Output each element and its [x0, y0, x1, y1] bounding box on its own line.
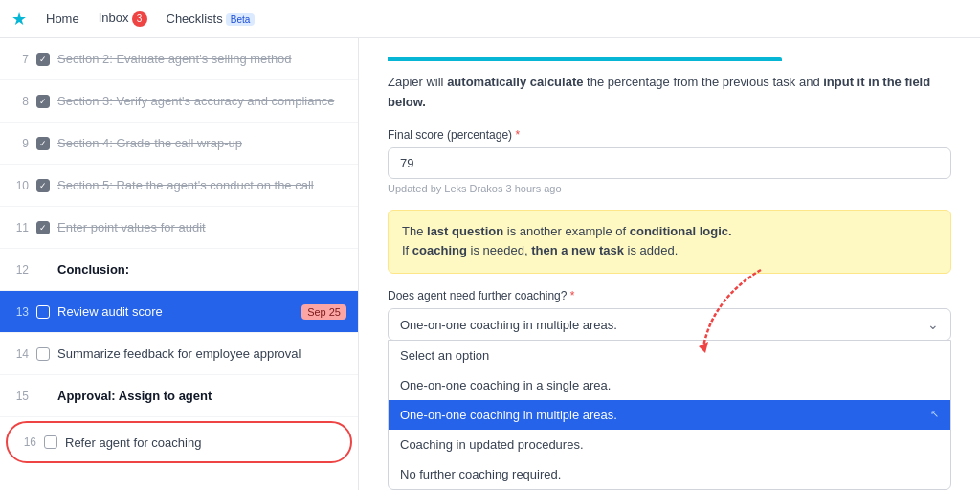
task-checkbox[interactable]: [36, 179, 50, 192]
task-checkbox[interactable]: [36, 221, 50, 234]
task-num: 10: [11, 179, 29, 192]
task-label: Section 3: Verify agent's accuracy and c…: [57, 94, 346, 108]
task-checkbox[interactable]: [36, 347, 50, 361]
nav-inbox[interactable]: Inbox3: [99, 7, 147, 31]
beta-badge: Beta: [226, 13, 256, 26]
task-num: 12: [11, 263, 29, 277]
task-label: Enter point values for audit: [57, 220, 346, 234]
task-num: 14: [11, 347, 29, 361]
inbox-badge: 3: [132, 11, 147, 27]
dropdown-option[interactable]: No further coaching required.: [389, 459, 950, 489]
section-header-conclusion: 12 Conclusion:: [0, 249, 358, 291]
final-score-input[interactable]: 79: [388, 147, 951, 179]
task-row-highlighted[interactable]: 16 Refer agent for coaching: [6, 421, 352, 463]
task-row: 9 Section 4: Grade the call wrap-up: [0, 122, 358, 165]
cursor-icon: ↖: [930, 408, 939, 420]
task-row: 8 Section 3: Verify agent's accuracy and…: [0, 80, 358, 122]
section-label: Approval: Assign to agent: [57, 389, 346, 403]
dropdown-option[interactable]: Select an option: [389, 341, 950, 370]
required-marker: *: [515, 128, 520, 142]
task-checkbox[interactable]: [44, 435, 57, 449]
nav-checklists[interactable]: ChecklistsBeta: [167, 8, 256, 30]
info-text: Zapier will automatically calculate the …: [388, 73, 951, 113]
info-box: The last question is another example of …: [388, 210, 951, 275]
task-num: 15: [11, 390, 29, 403]
task-num: 9: [11, 137, 29, 150]
task-row-active[interactable]: 13 Review audit score Sep 25: [0, 291, 358, 333]
section-header-approval: 15 Approval: Assign to agent: [0, 375, 358, 417]
field-label: Final score (percentage) *: [388, 128, 951, 142]
section-label: Conclusion:: [57, 262, 346, 277]
top-nav: ★ Home Inbox3 ChecklistsBeta: [0, 0, 980, 38]
task-date: Sep 25: [301, 304, 346, 320]
dropdown-value: One-on-one coaching in multiple areas.: [400, 318, 617, 332]
task-num: 8: [11, 95, 29, 108]
task-row: 11 Enter point values for audit: [0, 207, 358, 249]
progress-bar: [388, 57, 782, 61]
dropdown-option-selected[interactable]: One-on-one coaching in multiple areas. ↖: [389, 400, 950, 430]
task-label: Section 4: Grade the call wrap-up: [57, 136, 346, 150]
dropdown-trigger[interactable]: One-on-one coaching in multiple areas. ⌄: [388, 308, 951, 341]
nav-home[interactable]: Home: [46, 8, 79, 30]
chevron-down-icon: ⌄: [927, 317, 939, 332]
task-checkbox[interactable]: [36, 137, 50, 150]
required-marker: *: [570, 289, 575, 302]
right-panel: Zapier will automatically calculate the …: [359, 38, 980, 490]
dropdown-label: Does agent need further coaching? *: [388, 289, 951, 302]
task-num: 13: [11, 305, 29, 319]
task-label-active: Review audit score: [57, 304, 294, 319]
task-row: 10 Section 5: Rate the agent's conduct o…: [0, 165, 358, 207]
task-checkbox[interactable]: [36, 95, 50, 108]
sidebar: 7 Section 2: Evaluate agent's selling me…: [0, 38, 359, 490]
dropdown-option[interactable]: Coaching in updated procedures.: [389, 430, 950, 459]
task-num: 7: [11, 53, 29, 66]
task-label: Summarize feedback for employee approval: [57, 346, 346, 361]
logo-icon: ★: [11, 9, 27, 30]
task-num: 11: [11, 221, 29, 234]
task-row: 7 Section 2: Evaluate agent's selling me…: [0, 38, 358, 80]
field-meta: Updated by Leks Drakos 3 hours ago: [388, 183, 951, 194]
task-label: Section 2: Evaluate agent's selling meth…: [57, 52, 346, 66]
task-label: Section 5: Rate the agent's conduct on t…: [57, 178, 346, 192]
task-label: Refer agent for coaching: [65, 435, 339, 450]
dropdown-option[interactable]: One-on-one coaching in a single area.: [389, 370, 950, 400]
task-row[interactable]: 14 Summarize feedback for employee appro…: [0, 333, 358, 375]
task-checkbox[interactable]: [36, 53, 50, 66]
task-checkbox[interactable]: [36, 305, 50, 319]
dropdown-menu: Select an option One-on-one coaching in …: [388, 340, 951, 490]
task-num: 16: [19, 435, 36, 449]
